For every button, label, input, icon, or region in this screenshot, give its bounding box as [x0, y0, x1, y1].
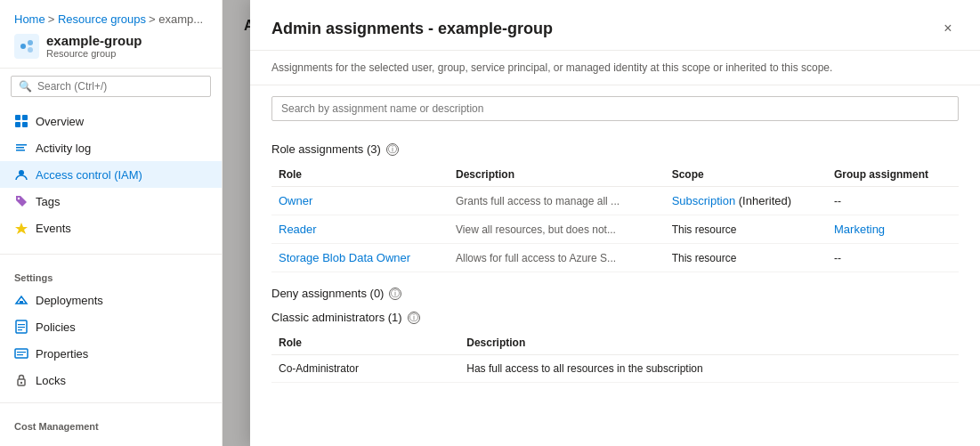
role-cell: Storage Blob Data Owner	[271, 244, 449, 272]
svg-rect-13	[20, 301, 23, 304]
resource-group-icon	[14, 34, 39, 59]
sidebar-item-overview[interactable]: Overview	[0, 108, 222, 134]
sidebar-item-properties[interactable]: Properties	[0, 340, 222, 367]
dialog-body: Role assignments (3) ⓘ Role Description …	[250, 132, 980, 446]
deny-assignments-label: Deny assignments (0)	[271, 287, 384, 300]
group-cell: Marketing	[827, 215, 959, 244]
group-cell: --	[827, 187, 959, 215]
role-assignments-thead: Role Description Scope Group assignment	[271, 163, 959, 187]
group-cell: --	[827, 244, 959, 272]
close-button[interactable]: ×	[937, 18, 959, 39]
role-assignments-info-icon[interactable]: ⓘ	[386, 143, 399, 156]
svg-rect-6	[22, 122, 28, 127]
classic-admin-tbody: Co-Administrator Has full access to all …	[271, 355, 959, 383]
tags-label: Tags	[36, 195, 60, 208]
role-link-storage[interactable]: Storage Blob Data Owner	[279, 251, 410, 264]
classic-admin-label: Classic administrators (1)	[271, 311, 402, 324]
sidebar-item-tags[interactable]: Tags	[0, 188, 222, 215]
role-link-owner[interactable]: Owner	[279, 194, 312, 207]
tags-icon	[14, 194, 28, 208]
svg-marker-12	[15, 223, 28, 234]
breadcrumb-home[interactable]: Home	[14, 12, 45, 26]
overview-label: Overview	[36, 115, 84, 128]
breadcrumb: Home > Resource groups > examp...	[14, 12, 207, 26]
breadcrumb-resource-groups[interactable]: Resource groups	[58, 12, 146, 26]
svg-point-22	[20, 382, 22, 384]
col-description: Description	[449, 163, 665, 187]
sidebar-header: Home > Resource groups > examp... exampl…	[0, 0, 222, 69]
sidebar-item-locks[interactable]: Locks	[0, 367, 222, 393]
deny-assignments-info-icon[interactable]: ⓘ	[389, 288, 401, 300]
activity-icon	[14, 141, 28, 155]
svg-point-10	[19, 170, 24, 175]
search-box[interactable]: 🔍	[11, 76, 211, 97]
policies-label: Policies	[36, 320, 76, 334]
classic-admin-thead: Role Description	[271, 331, 959, 355]
col-ca-description: Description	[459, 331, 959, 355]
main-nav: Overview Activity log Access control (IA…	[0, 104, 222, 245]
role-assignments-table: Role Description Scope Group assignment …	[271, 163, 959, 272]
search-icon: 🔍	[19, 80, 32, 93]
table-row: Reader View all resources, but does not.…	[271, 215, 959, 244]
properties-label: Properties	[36, 347, 88, 361]
search-input[interactable]	[37, 80, 203, 93]
dialog-search-input[interactable]	[271, 96, 959, 121]
col-scope: Scope	[665, 163, 827, 187]
access-control-label: Access control (IAM)	[36, 168, 142, 182]
role-assignments-tbody: Owner Grants full access to manage all .…	[271, 187, 959, 272]
svg-rect-9	[16, 150, 25, 151]
role-link-reader[interactable]: Reader	[279, 223, 317, 236]
svg-rect-17	[18, 329, 22, 330]
locks-icon	[14, 373, 28, 387]
description-cell: View all resources, but does not...	[449, 215, 665, 244]
cost-management-section: Cost Management	[0, 412, 222, 435]
classic-admin-table: Role Description Co-Administrator Has fu…	[271, 331, 959, 383]
overview-icon	[14, 114, 28, 128]
scope-cell: This resource	[665, 215, 827, 244]
group-link-marketing[interactable]: Marketing	[834, 223, 885, 236]
svg-point-2	[28, 47, 33, 53]
sidebar-item-events[interactable]: Events	[0, 215, 222, 241]
sidebar-item-policies[interactable]: Policies	[0, 313, 222, 340]
scope-cell: This resource	[665, 244, 827, 272]
dialog-header: Admin assignments - example-group ×	[250, 0, 980, 51]
classic-admin-heading: Classic administrators (1) ⓘ	[271, 311, 959, 324]
resource-name-block: example-group Resource group	[46, 33, 142, 59]
svg-point-11	[18, 198, 20, 199]
svg-rect-4	[22, 115, 28, 120]
cost-management-label: Cost Management	[0, 412, 222, 435]
events-icon	[14, 221, 28, 235]
classic-admin-info-icon[interactable]: ⓘ	[408, 312, 420, 324]
iam-icon	[14, 167, 28, 182]
svg-rect-8	[16, 147, 24, 149]
scope-link-subscription[interactable]: Subscription	[672, 194, 736, 207]
table-row: Co-Administrator Has full access to all …	[271, 355, 959, 383]
dialog-subtitle: Assignments for the selected user, group…	[250, 51, 980, 85]
breadcrumb-sep2: >	[149, 12, 158, 26]
deployments-label: Deployments	[36, 294, 103, 307]
breadcrumb-current: examp...	[158, 12, 203, 26]
role-cell: Owner	[271, 187, 449, 215]
resource-type: Resource group	[46, 48, 142, 59]
svg-rect-5	[15, 122, 20, 127]
svg-rect-18	[15, 349, 28, 358]
col-ca-role: Role	[271, 331, 459, 355]
dialog-overlay: Admin assignments - example-group × Assi…	[223, 0, 980, 446]
role-assignments-header-row: Role Description Scope Group assignment	[271, 163, 959, 187]
col-group-assignment: Group assignment	[827, 163, 959, 187]
breadcrumb-sep1: >	[48, 12, 58, 26]
role-assignments-label: Role assignments (3)	[271, 142, 381, 156]
svg-rect-15	[18, 324, 25, 325]
description-cell: Grants full access to manage all ...	[449, 187, 665, 215]
sidebar-item-activity-log[interactable]: Activity log	[0, 134, 222, 161]
svg-point-1	[28, 40, 33, 45]
classic-admin-header-row: Role Description	[271, 331, 959, 355]
sidebar-item-access-control[interactable]: Access control (IAM)	[0, 161, 222, 188]
col-role: Role	[271, 163, 449, 187]
description-cell: Allows for full access to Azure S...	[449, 244, 665, 272]
resource-title: example-group Resource group	[14, 33, 207, 59]
svg-rect-19	[17, 352, 26, 353]
deny-assignments-heading: Deny assignments (0) ⓘ	[271, 287, 959, 300]
role-assignments-heading: Role assignments (3) ⓘ	[271, 142, 959, 156]
sidebar-item-deployments[interactable]: Deployments	[0, 287, 222, 313]
